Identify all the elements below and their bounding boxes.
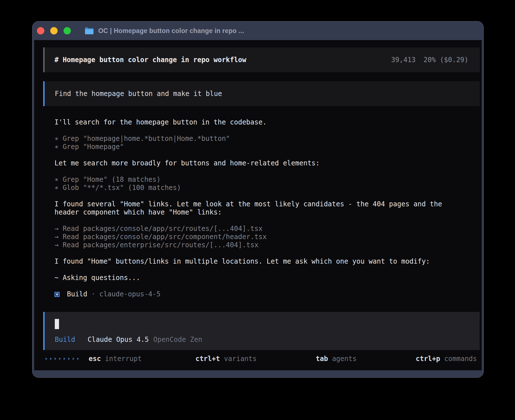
hint-variants: ctrl+t variants bbox=[147, 347, 257, 371]
model-name: Claude Opus 4.5 bbox=[88, 336, 149, 344]
status-line: ~ Asking questions... bbox=[54, 274, 480, 282]
desktop: OC | Homepage button color change in rep… bbox=[0, 0, 515, 420]
session-header: # Homepage button color change in repo w… bbox=[43, 47, 480, 72]
minimize-button[interactable] bbox=[50, 27, 58, 34]
tool-call-line: → Read packages/console/app/src/routes/[… bbox=[54, 225, 480, 233]
tool-call-line: → Read packages/enterprise/src/routes/[.… bbox=[54, 241, 480, 249]
context-cost: 20% ($0.29) bbox=[424, 56, 468, 64]
hint-label: commands bbox=[444, 355, 477, 363]
window-bottom-frame bbox=[32, 370, 483, 377]
hint-key: tab bbox=[316, 355, 328, 363]
hint-key: ctrl+p bbox=[416, 355, 440, 363]
agent-name: Build bbox=[67, 290, 87, 298]
window-titlebar: OC | Homepage button color change in rep… bbox=[32, 21, 483, 40]
user-message: Find the homepage button and make it blu… bbox=[43, 81, 480, 106]
spinner-dots bbox=[45, 358, 78, 360]
hint-commands: ctrl+p commands bbox=[367, 347, 477, 371]
agent-model: claude-opus-4-5 bbox=[99, 290, 161, 298]
input-mode-row: Build Claude Opus 4.5 OpenCode Zen bbox=[55, 336, 468, 344]
transcript-line: header component which have "Home" links… bbox=[54, 208, 480, 216]
hint-agents: tab agents bbox=[267, 347, 357, 371]
status-bar: esc interrupt ctrl+t variants tab agents… bbox=[43, 355, 480, 363]
terminal-content: # Homepage button color change in repo w… bbox=[34, 40, 482, 370]
tool-call-line: ∗ Glob "**/*.tsx" (100 matches) bbox=[54, 184, 480, 192]
assistant-transcript: I'll search for the homepage button in t… bbox=[54, 118, 480, 282]
tool-call-line: ∗ Grep "homepage|home.*button|Home.*butt… bbox=[54, 135, 480, 143]
hint-key: ctrl+t bbox=[195, 355, 220, 363]
interrupt-label: interrupt bbox=[101, 355, 142, 363]
text-cursor bbox=[55, 319, 59, 329]
transcript-line: I found several "Home" links. Let me loo… bbox=[54, 200, 480, 208]
agent-separator: · bbox=[91, 290, 95, 298]
zoom-button[interactable] bbox=[64, 27, 71, 34]
session-stats: 39,413 20% ($0.29) bbox=[391, 56, 468, 64]
transcript-line: I found "Home" buttons/links in multiple… bbox=[54, 257, 480, 266]
close-button[interactable] bbox=[37, 27, 44, 34]
tool-call-line: → Read packages/console/app/src/componen… bbox=[54, 233, 480, 241]
transcript-line: Let me search more broadly for buttons a… bbox=[54, 159, 480, 167]
keyboard-hints: ctrl+t variants tab agents ctrl+p comman… bbox=[147, 347, 477, 371]
session-title: # Homepage button color change in repo w… bbox=[54, 56, 246, 64]
window-title: OC | Homepage button color change in rep… bbox=[98, 27, 244, 35]
terminal-window: OC | Homepage button color change in rep… bbox=[32, 21, 484, 378]
provider-name: OpenCode Zen bbox=[153, 336, 202, 344]
token-count: 39,413 bbox=[391, 56, 416, 64]
tool-call-line: ∗ Grep "Home" (18 matches) bbox=[54, 176, 480, 184]
hint-label: agents bbox=[332, 355, 357, 363]
folder-icon bbox=[85, 27, 94, 35]
prompt-input[interactable]: Build Claude Opus 4.5 OpenCode Zen bbox=[43, 312, 480, 350]
agent-square-icon bbox=[54, 292, 60, 297]
transcript-line: I'll search for the homepage button in t… bbox=[54, 118, 480, 126]
agent-status-row: Build · claude-opus-4-5 bbox=[54, 290, 480, 298]
hint-label: variants bbox=[224, 355, 257, 363]
tool-call-line: ∗ Grep "Homepage" bbox=[54, 143, 480, 151]
interrupt-key: esc bbox=[89, 355, 101, 363]
user-message-text: Find the homepage button and make it blu… bbox=[55, 90, 222, 98]
mode-badge: Build bbox=[55, 336, 75, 344]
